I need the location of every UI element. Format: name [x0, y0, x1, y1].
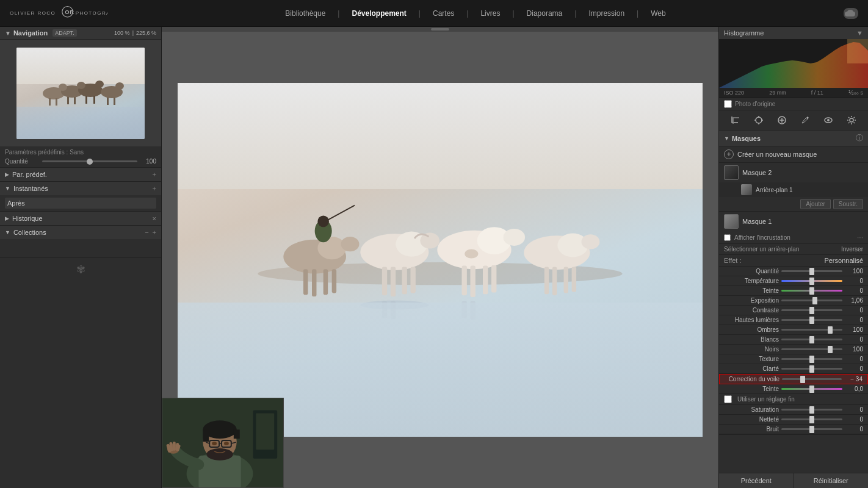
- quantite-track[interactable]: [781, 270, 842, 272]
- left-panel: ▼ Navigation ADAPT. 100 % | 225,6 %: [0, 27, 162, 488]
- correction-voile-thumb[interactable]: [800, 376, 805, 383]
- blancs-label: Blancs: [724, 336, 779, 343]
- eye-icon[interactable]: [822, 113, 835, 127]
- par-predef-header[interactable]: ▶ Par. prédef. +: [0, 168, 161, 181]
- saturation-track[interactable]: [781, 409, 842, 411]
- arriere-plan-label: Arrière-plan 1: [756, 187, 793, 193]
- nav-impression[interactable]: Impression: [588, 9, 624, 18]
- histogram-canvas: [719, 39, 868, 88]
- historique-x-icon[interactable]: ×: [153, 215, 156, 222]
- create-mask-label: Créer un nouveau masque: [737, 151, 817, 158]
- quantite-value: 100: [845, 268, 863, 274]
- noirs-thumb[interactable]: [828, 346, 833, 353]
- svg-rect-26: [312, 269, 316, 296]
- contraste-thumb[interactable]: [809, 307, 814, 314]
- instantanes-add-icon[interactable]: +: [153, 185, 156, 192]
- inverser-button[interactable]: Inverser: [841, 246, 863, 253]
- texture-thumb[interactable]: [809, 356, 814, 363]
- hautes-lumieres-label: Hautes lumières: [724, 317, 779, 323]
- bruit-track[interactable]: [781, 428, 842, 430]
- svg-point-73: [212, 442, 217, 445]
- blancs-thumb[interactable]: [809, 336, 814, 343]
- ombres-track[interactable]: [781, 329, 842, 331]
- nav-web[interactable]: Web: [651, 9, 665, 18]
- create-mask-button[interactable]: + Créer un nouveau masque: [719, 146, 868, 163]
- collections-add-icon[interactable]: +: [153, 229, 156, 236]
- top-scrollbar[interactable]: [162, 27, 718, 32]
- nav-developpement[interactable]: Développement: [352, 9, 406, 18]
- clarte-thumb[interactable]: [809, 365, 814, 373]
- more-options-icon[interactable]: ···: [857, 233, 863, 242]
- hautes-lumieres-thumb[interactable]: [809, 317, 814, 324]
- mask-2-header[interactable]: Masque 2: [719, 163, 868, 182]
- texture-track[interactable]: [781, 358, 842, 360]
- ajouter-button[interactable]: Ajouter: [800, 199, 831, 209]
- effet-label: Effet :: [724, 257, 742, 264]
- svg-rect-53: [572, 267, 576, 292]
- cloud-icon[interactable]: [844, 8, 858, 19]
- instantanes-section: ▼ Instantanés + Après: [0, 182, 161, 212]
- blancs-track[interactable]: [781, 339, 842, 340]
- svg-rect-67: [234, 429, 240, 439]
- hautes-lumieres-track[interactable]: [781, 319, 842, 321]
- mask-2-actions: Ajouter Soustr.: [719, 197, 868, 211]
- navigation-header[interactable]: ▼ Navigation ADAPT. 100 % | 225,6 %: [0, 27, 161, 40]
- settings-icon[interactable]: [845, 113, 858, 127]
- exposition-thumb[interactable]: [812, 297, 817, 304]
- quantity-thumb[interactable]: [87, 159, 93, 165]
- reglage-fin-checkbox[interactable]: [724, 395, 732, 403]
- noirs-track[interactable]: [781, 348, 842, 350]
- webcam-content: [162, 398, 283, 487]
- masques-info-icon[interactable]: ⓘ: [856, 133, 863, 143]
- mask-1-header[interactable]: Masque 1: [719, 212, 868, 231]
- historique-header[interactable]: ▶ Historique ×: [0, 212, 161, 225]
- soustraire-button[interactable]: Soustr.: [833, 199, 863, 209]
- nettete-thumb[interactable]: [809, 416, 814, 423]
- temperature-track[interactable]: [781, 280, 842, 282]
- quantity-value: 100: [141, 158, 156, 165]
- teinte2-label: Teinte: [724, 386, 779, 392]
- saturation-row: Saturation 0: [719, 405, 868, 415]
- histogram-arrow[interactable]: ▼: [856, 29, 863, 37]
- teinte2-row: Teinte 0,0: [719, 384, 868, 394]
- temperature-thumb[interactable]: [809, 278, 814, 285]
- nav-diaporama[interactable]: Diaporama: [527, 9, 563, 18]
- quantity-track[interactable]: [42, 160, 137, 162]
- clarte-track[interactable]: [781, 368, 842, 370]
- nav-bibliotheque[interactable]: Bibliothèque: [285, 9, 325, 18]
- reinitialiser-button[interactable]: Réinitialiser: [794, 473, 869, 488]
- collections-header[interactable]: ▼ Collections − +: [0, 226, 161, 239]
- bruit-thumb[interactable]: [809, 426, 814, 433]
- tool-icons-row: [719, 110, 868, 131]
- adjust-icon[interactable]: [752, 113, 765, 127]
- teinte2-track[interactable]: [781, 388, 842, 390]
- saturation-thumb[interactable]: [809, 406, 814, 414]
- nav-livres[interactable]: Livres: [480, 9, 500, 18]
- teinte-label: Teinte: [724, 287, 779, 294]
- clarte-value: 0: [845, 365, 863, 372]
- svg-rect-84: [847, 39, 868, 63]
- crop-icon[interactable]: [729, 113, 742, 127]
- svg-point-49: [581, 234, 599, 249]
- instantanes-header[interactable]: ▼ Instantanés +: [0, 182, 161, 195]
- brush-icon[interactable]: [798, 113, 812, 127]
- histogram-title: Histogramme: [724, 29, 764, 37]
- teinte-thumb[interactable]: [809, 287, 814, 295]
- teinte2-thumb[interactable]: [809, 386, 814, 393]
- healing-icon[interactable]: [775, 113, 789, 127]
- teinte-track[interactable]: [781, 290, 842, 292]
- precedent-button[interactable]: Précédent: [719, 473, 794, 488]
- ombres-thumb[interactable]: [828, 326, 833, 334]
- quantite-thumb[interactable]: [809, 268, 814, 275]
- nav-cartes[interactable]: Cartes: [433, 9, 454, 18]
- par-predef-add-icon[interactable]: +: [153, 171, 156, 178]
- collections-minus-icon[interactable]: −: [145, 229, 148, 236]
- snapshot-item[interactable]: Après: [5, 198, 156, 209]
- photo-origin-checkbox[interactable]: [724, 100, 732, 108]
- left-panel-bottom: ✾: [0, 258, 161, 488]
- exposition-track[interactable]: [781, 300, 842, 301]
- correction-voile-track[interactable]: [782, 378, 842, 380]
- contraste-track[interactable]: [781, 309, 842, 311]
- afficher-incrustation-checkbox[interactable]: [724, 234, 731, 241]
- nettete-track[interactable]: [781, 418, 842, 420]
